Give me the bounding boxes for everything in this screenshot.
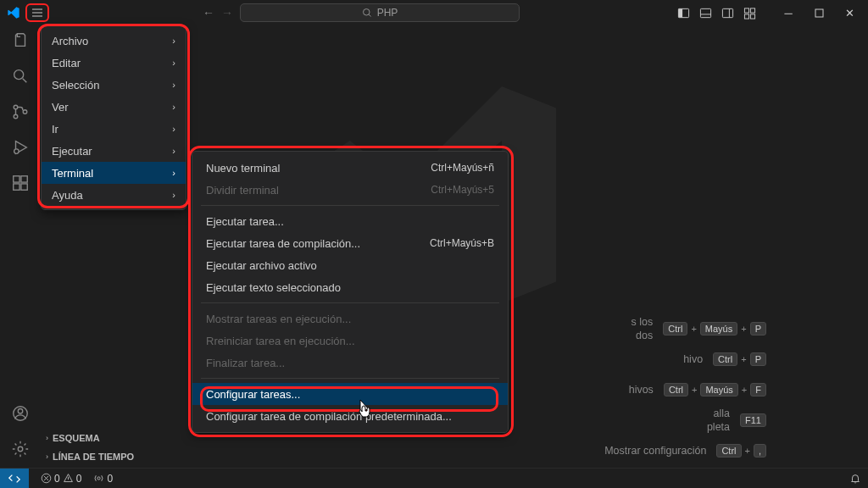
window-minimize-button[interactable]: ─ (773, 3, 804, 23)
menu-seleccion[interactable]: Selección› (42, 74, 186, 96)
welcome-shortcuts: s losdos Ctrl+Mayús+P hivo Ctrl+P hivos … (604, 313, 766, 466)
nav-back-icon[interactable]: ← (203, 6, 214, 19)
svg-point-10 (14, 70, 24, 80)
menu-editar[interactable]: Editar› (42, 52, 186, 74)
svg-point-11 (14, 105, 18, 109)
svg-rect-9 (815, 9, 823, 17)
submenu-reiniciar-tarea: Rreiniciar tarea en ejecución... (192, 330, 508, 352)
settings-gear-icon[interactable] (10, 439, 31, 459)
command-center[interactable]: PHP (240, 3, 520, 22)
svg-rect-16 (14, 184, 19, 190)
svg-rect-17 (21, 184, 27, 190)
submenu-dividir-terminal: Dividir terminalCtrl+Mayús+5 (192, 179, 508, 201)
submenu-nuevo-terminal[interactable]: Nuevo terminalCtrl+Mayús+ñ (192, 157, 508, 179)
svg-rect-2 (678, 8, 682, 17)
submenu-ejecutar-tarea[interactable]: Ejecutar tarea... (192, 210, 508, 232)
run-debug-icon[interactable] (10, 137, 31, 158)
activity-bar (0, 25, 41, 466)
sidebar-bottom-panels: ›ESQUEMA ›LÍNEA DE TIEMPO (41, 429, 193, 466)
menu-ver[interactable]: Ver› (42, 96, 186, 118)
explorer-icon[interactable] (10, 30, 31, 51)
status-bar: 0 0 0 (0, 468, 868, 488)
remote-indicator[interactable] (0, 469, 29, 489)
menu-archivo[interactable]: Archivo› (42, 30, 186, 52)
extensions-icon[interactable] (10, 173, 31, 193)
command-center-text: PHP (377, 7, 398, 19)
window-close-button[interactable]: ✕ (834, 3, 865, 23)
svg-rect-15 (14, 176, 19, 182)
search-icon[interactable] (10, 66, 31, 86)
submenu-configurar-compilacion-predeterminada[interactable]: Configurar tarea de compilación predeter… (192, 405, 508, 427)
status-ports[interactable]: 0 (93, 473, 113, 485)
svg-point-20 (18, 409, 23, 414)
svg-rect-8 (750, 14, 754, 18)
timeline-section[interactable]: ›LÍNEA DE TIEMPO (41, 447, 193, 466)
svg-point-13 (23, 110, 27, 114)
search-icon (362, 8, 372, 18)
menu-ejecutar[interactable]: Ejecutar› (42, 140, 186, 162)
source-control-icon[interactable] (10, 102, 31, 122)
layout-panel-icon[interactable] (695, 3, 715, 23)
status-notifications[interactable] (849, 473, 861, 485)
submenu-mostrar-tareas: Mostrar tareas en ejecución... (192, 308, 508, 330)
app-menu-button[interactable] (25, 3, 49, 22)
svg-rect-3 (700, 8, 710, 17)
svg-point-12 (14, 114, 18, 119)
window-maximize-button[interactable] (804, 3, 834, 23)
vscode-logo-icon (7, 6, 20, 19)
submenu-ejecutar-archivo-activo[interactable]: Ejecutar archivo activo (192, 254, 508, 276)
status-errors[interactable]: 0 0 (41, 473, 81, 485)
submenu-ejecutar-compilacion[interactable]: Ejecutar tarea de compilación...Ctrl+May… (192, 232, 508, 254)
layout-sidebar-right-icon[interactable] (717, 3, 737, 23)
title-bar: ← → PHP ─ ✕ (0, 0, 868, 25)
main-menu: Archivo› Editar› Selección› Ver› Ir› Eje… (41, 25, 186, 210)
svg-point-23 (97, 477, 100, 480)
svg-rect-6 (750, 8, 754, 12)
terminal-submenu: Nuevo terminalCtrl+Mayús+ñ Dividir termi… (192, 151, 509, 433)
svg-point-21 (18, 446, 23, 452)
menu-ayuda[interactable]: Ayuda› (42, 184, 186, 206)
nav-forward-icon[interactable]: → (221, 6, 233, 19)
menu-terminal[interactable]: Terminal› (42, 162, 186, 184)
svg-rect-7 (744, 14, 748, 18)
menu-ir[interactable]: Ir› (42, 118, 186, 140)
svg-rect-18 (21, 176, 27, 182)
svg-point-0 (363, 9, 370, 16)
submenu-ejecutar-texto-seleccionado[interactable]: Ejecutar texto seleccionado (192, 276, 508, 298)
accounts-icon[interactable] (10, 403, 31, 424)
svg-point-14 (14, 149, 19, 154)
outline-section[interactable]: ›ESQUEMA (41, 429, 193, 447)
submenu-configurar-tareas[interactable]: Configurar tareas... (192, 383, 508, 405)
svg-rect-4 (722, 8, 732, 17)
customize-layout-icon[interactable] (739, 3, 760, 23)
layout-sidebar-left-icon[interactable] (673, 3, 693, 23)
svg-rect-5 (744, 8, 748, 12)
submenu-finalizar-tarea: Finalizar tarea... (192, 352, 508, 374)
